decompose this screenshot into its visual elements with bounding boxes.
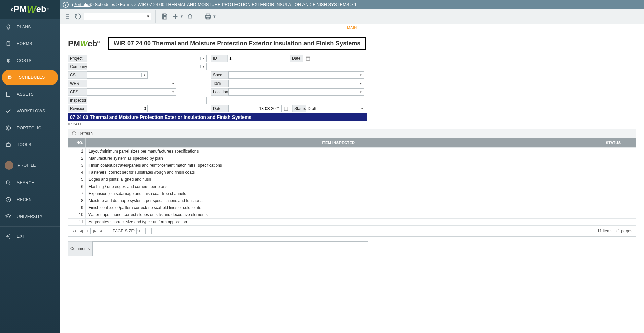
- cell-no: 5: [68, 176, 86, 183]
- table-row[interactable]: 11Aggregates : correct size and type : u…: [68, 218, 636, 225]
- cell-item: Layout/minimum panel sizes per manufactu…: [86, 148, 591, 155]
- nav-costs[interactable]: COSTS: [0, 52, 60, 69]
- nav-schedules[interactable]: SCHEDULES: [2, 70, 58, 85]
- tab-main[interactable]: MAIN: [347, 26, 357, 30]
- nav-exit[interactable]: EXIT: [0, 228, 60, 245]
- cell-no: 1: [68, 148, 86, 155]
- print-button[interactable]: [203, 12, 213, 21]
- nav-university[interactable]: UNIVERSITY: [0, 208, 60, 225]
- nav-forms[interactable]: FORMS: [0, 35, 60, 52]
- chevron-down-icon[interactable]: ▾: [170, 90, 176, 94]
- cbs-select[interactable]: ▾: [87, 88, 176, 96]
- section-code: 07 24 00: [68, 122, 636, 126]
- nav-workflows[interactable]: WORKFLOWS: [0, 103, 60, 120]
- chevron-down-icon[interactable]: ▾: [141, 73, 147, 77]
- inspector-input[interactable]: [87, 97, 207, 104]
- cell-item: Water traps : none; correct slopes on si…: [86, 211, 591, 218]
- spec-select[interactable]: ▾: [228, 71, 364, 79]
- delete-button[interactable]: [185, 12, 195, 21]
- table-row[interactable]: 9Finish coat :color/pattern correct/ no …: [68, 204, 636, 211]
- label-id: ID: [211, 55, 228, 62]
- page-size-input[interactable]: [136, 228, 146, 234]
- revision-input[interactable]: [87, 105, 148, 112]
- nav-label: RECENT: [17, 197, 34, 202]
- col-header-item[interactable]: ITEM INSPECTED: [86, 138, 591, 147]
- chevron-down-icon[interactable]: ▾: [358, 90, 364, 94]
- company-select[interactable]: ▾: [87, 63, 207, 70]
- cell-item: Manufacturer system as specified by plan: [86, 155, 591, 162]
- refresh-icon[interactable]: [72, 131, 76, 136]
- pager-page-input[interactable]: [85, 228, 91, 234]
- pager-next[interactable]: ▶: [92, 228, 97, 234]
- calendar-icon[interactable]: [305, 55, 311, 61]
- pager-first[interactable]: ⏮: [72, 228, 77, 234]
- csi-select[interactable]: ▾: [87, 71, 148, 79]
- cell-no: 8: [68, 197, 86, 204]
- pager-prev[interactable]: ◀: [78, 228, 84, 234]
- refresh-button[interactable]: Refresh: [78, 131, 93, 136]
- info-icon[interactable]: i: [63, 2, 69, 8]
- label-wbs: WBS: [68, 80, 87, 87]
- pager-last[interactable]: ⏭: [99, 228, 104, 234]
- cell-status: [591, 155, 636, 162]
- breadcrumb-root[interactable]: (Portfolio): [72, 2, 91, 7]
- list-toggle-button[interactable]: [63, 12, 72, 21]
- sidebar: ‹PM W eb ® PLANS FORMS COS: [0, 0, 60, 333]
- chevron-down-icon[interactable]: ▾: [358, 73, 364, 77]
- table-row[interactable]: 7Expansion joints:damage and finish coat…: [68, 190, 636, 197]
- avatar-icon: [5, 161, 13, 170]
- table-row[interactable]: 4Fasteners: correct set for substrates /…: [68, 169, 636, 176]
- page-size-dropdown[interactable]: ▾: [147, 228, 152, 234]
- chevron-down-icon[interactable]: ▾: [359, 107, 365, 110]
- cell-status: [591, 183, 636, 190]
- cell-no: 11: [68, 219, 86, 225]
- table-row[interactable]: 3Finish coat/substrates/panels and reinf…: [68, 162, 636, 169]
- undo-button[interactable]: [73, 12, 83, 21]
- nav-plans[interactable]: PLANS: [0, 19, 60, 35]
- nav-label: ASSETS: [17, 92, 34, 97]
- building-icon: [5, 91, 12, 98]
- date-input[interactable]: [228, 105, 282, 112]
- table-row[interactable]: 2Manufacturer system as specified by pla…: [68, 155, 636, 162]
- nav-tools[interactable]: TOOLS: [0, 136, 60, 153]
- status-select[interactable]: ▾: [306, 105, 365, 112]
- nav-portfolio[interactable]: PORTFOLIO: [0, 120, 60, 136]
- cell-status: [591, 169, 636, 176]
- table-row[interactable]: 8Moisture and drainage system : per spec…: [68, 197, 636, 204]
- task-select[interactable]: ▾: [228, 80, 364, 87]
- nav-search[interactable]: SEARCH: [0, 174, 60, 191]
- table-row[interactable]: 6Flashing / drip edges and corners: per …: [68, 183, 636, 190]
- tab-strip: MAIN: [60, 24, 644, 31]
- col-header-no[interactable]: NO.: [68, 138, 86, 147]
- nav-label: PLANS: [17, 25, 31, 29]
- nav-profile[interactable]: PROFILE: [0, 156, 60, 174]
- location-select[interactable]: ▾: [228, 88, 364, 96]
- project-select[interactable]: ▾: [87, 55, 207, 62]
- comments-input[interactable]: [92, 241, 368, 256]
- id-input[interactable]: [228, 55, 258, 62]
- toolbar-combo[interactable]: ▾: [84, 13, 151, 20]
- chevron-down-icon[interactable]: ▾: [200, 65, 206, 68]
- add-button[interactable]: [171, 12, 180, 21]
- label-date: Date: [211, 105, 228, 112]
- cell-status: [591, 162, 636, 169]
- chevron-down-icon[interactable]: ▾: [170, 82, 176, 85]
- add-dropdown[interactable]: ▾: [181, 14, 184, 19]
- chevron-down-icon[interactable]: ▾: [200, 57, 206, 60]
- nav-assets[interactable]: ASSETS: [0, 86, 60, 103]
- nav-recent[interactable]: RECENT: [0, 191, 60, 208]
- wbs-select[interactable]: ▾: [87, 80, 176, 87]
- svg-rect-15: [284, 107, 288, 111]
- print-dropdown[interactable]: ▾: [213, 14, 217, 19]
- svg-rect-5: [7, 92, 10, 97]
- chevron-down-icon[interactable]: ▾: [145, 13, 151, 20]
- save-button[interactable]: [160, 12, 169, 21]
- table-row[interactable]: 10Water traps : none; correct slopes on …: [68, 211, 636, 218]
- calendar-icon[interactable]: [283, 106, 289, 112]
- table-row[interactable]: 1Layout/minimum panel sizes per manufact…: [68, 147, 636, 155]
- table-row[interactable]: 5Edges and joints: aligned and flush: [68, 176, 636, 183]
- toolbar: ▾ ▾ ▾: [60, 9, 644, 24]
- chevron-down-icon[interactable]: ▾: [358, 82, 364, 85]
- form-logo: PMWeb®: [68, 39, 100, 48]
- col-header-status[interactable]: STATUS: [591, 138, 636, 147]
